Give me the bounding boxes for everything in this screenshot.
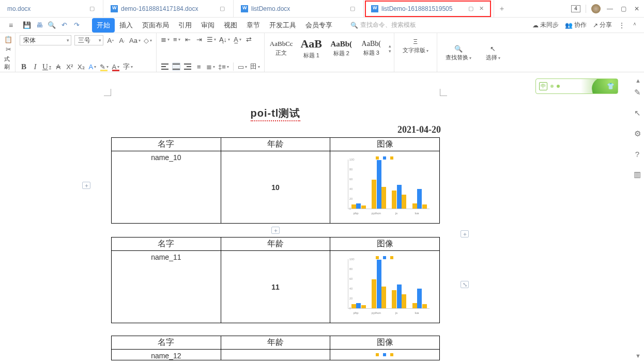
italic-button[interactable]: I: [31, 62, 39, 71]
cut-icon[interactable]: ✂: [4, 45, 12, 54]
text-direction-icon[interactable]: ☰: [207, 35, 216, 43]
select-button[interactable]: ↖ 选择: [482, 42, 504, 64]
dedent-icon[interactable]: ⇤: [184, 35, 192, 43]
text-effect-icon[interactable]: A: [88, 62, 97, 71]
sort-icon[interactable]: Ą↓: [219, 35, 230, 43]
table-expand-icon[interactable]: ⤡: [461, 281, 469, 288]
unsynced-button[interactable]: ☁ 未同步: [532, 21, 559, 29]
borders-icon[interactable]: 田: [250, 62, 260, 71]
numbering-icon[interactable]: ≡: [173, 35, 181, 43]
more-icon[interactable]: ⋮: [618, 21, 625, 29]
menu-section[interactable]: 章节: [242, 18, 265, 33]
app-menu-icon[interactable]: ≡: [6, 21, 16, 30]
cell-name[interactable]: name_11: [112, 251, 221, 323]
find-replace-button[interactable]: 🔍 查找替换: [441, 42, 476, 64]
cell-name[interactable]: name_12: [112, 350, 221, 360]
coop-button[interactable]: 👥 协作: [565, 21, 587, 29]
superscript-button[interactable]: X²: [66, 62, 74, 71]
cell-chart[interactable]: 020406080100phppythonjslua: [330, 251, 440, 323]
char-border-icon[interactable]: A̲: [233, 35, 241, 43]
menu-devtools[interactable]: 开发工具: [265, 18, 301, 33]
page[interactable]: poi-tl测试 2021-04-20 ＋ ＋ ⤡ 名字年龄图像 name_10…: [95, 78, 456, 364]
data-table-3[interactable]: 名字年龄图像 name_12: [111, 336, 440, 360]
preview-icon[interactable]: 🔍: [48, 21, 56, 29]
shrink-font-icon[interactable]: A-: [118, 36, 126, 44]
tab-icon[interactable]: ⇄: [244, 35, 253, 43]
print-icon[interactable]: 🖶: [35, 21, 43, 29]
pen-icon[interactable]: ✎: [634, 88, 641, 97]
data-table-2[interactable]: 名字年龄图像 name_11 11 020406080100phppythonj…: [111, 237, 440, 323]
scroll-up-icon[interactable]: ▲: [635, 77, 641, 84]
cursor-icon[interactable]: ↖: [634, 108, 641, 118]
highlight-icon[interactable]: ✎: [100, 62, 109, 71]
tab-0[interactable]: mo.docx ▢: [0, 0, 103, 17]
cell-name[interactable]: name_10: [112, 151, 221, 224]
maximize-button[interactable]: ▢: [619, 5, 627, 13]
table-add-left-icon[interactable]: ＋: [82, 182, 90, 189]
data-table-1[interactable]: 名字年龄图像 name_10 10 020406080100phppythonj…: [111, 137, 440, 224]
strike-button[interactable]: A: [54, 62, 63, 71]
shading-icon[interactable]: ▭: [238, 62, 247, 71]
tab-2[interactable]: listDemo.docx ▢: [234, 0, 364, 17]
menu-view[interactable]: 视图: [219, 18, 242, 33]
align-left-icon[interactable]: [161, 62, 169, 71]
menu-vip[interactable]: 会员专享: [301, 18, 337, 33]
new-tab-button[interactable]: ＋: [494, 0, 510, 17]
collapse-ribbon-icon[interactable]: ＾: [632, 21, 638, 29]
bold-button[interactable]: B: [20, 62, 28, 71]
distributed-icon[interactable]: ≣: [206, 62, 215, 71]
font-size-select[interactable]: 三号: [74, 35, 103, 45]
window-count-badge[interactable]: 4: [571, 5, 580, 12]
avatar[interactable]: [591, 4, 601, 13]
indent-icon[interactable]: ⇥: [195, 35, 204, 43]
table-add-right-icon[interactable]: ＋: [461, 230, 469, 238]
style-h3[interactable]: AaBb( 标题 3: [357, 35, 387, 61]
minimize-button[interactable]: ―: [606, 5, 614, 13]
menu-review[interactable]: 审阅: [196, 18, 219, 33]
menu-home[interactable]: 开始: [92, 18, 115, 33]
tab-1[interactable]: demo-1618881417184.docx ▢: [103, 0, 234, 17]
styles-gallery-arrows[interactable]: ▴▾: [387, 35, 394, 61]
bullets-icon[interactable]: ≣: [161, 35, 170, 43]
grow-font-icon[interactable]: A+: [106, 36, 115, 44]
cell-age[interactable]: 11: [221, 251, 330, 323]
redo-icon[interactable]: ↷: [72, 21, 81, 29]
archive-icon[interactable]: ▥: [634, 170, 641, 179]
style-normal[interactable]: AaBbCc 正文: [267, 35, 297, 61]
cast-icon[interactable]: ▢: [88, 5, 96, 12]
cell-chart[interactable]: [330, 350, 440, 360]
save-icon[interactable]: 💾: [23, 21, 31, 29]
menu-reference[interactable]: 引用: [174, 18, 196, 33]
menu-insert[interactable]: 插入: [115, 18, 137, 33]
cast-icon[interactable]: ▢: [219, 5, 226, 12]
table-add-row-icon[interactable]: ＋: [271, 227, 280, 234]
style-h2[interactable]: AaBb( 标题 2: [327, 35, 357, 61]
cast-icon[interactable]: ▢: [349, 5, 356, 12]
align-center-icon[interactable]: [172, 62, 180, 71]
menu-pagelayout[interactable]: 页面布局: [137, 18, 174, 33]
align-justify-icon[interactable]: ≡: [195, 62, 203, 71]
ime-lang-badge[interactable]: 中: [539, 82, 547, 90]
clear-format-icon[interactable]: ◇: [144, 36, 152, 44]
settings-slider-icon[interactable]: ⚙: [634, 129, 641, 138]
change-case-icon[interactable]: Aa: [129, 36, 141, 44]
share-button[interactable]: ↗ 分享: [593, 21, 612, 29]
command-search[interactable]: 🔍 查找命令、搜索模板: [350, 21, 416, 29]
scroll-down-icon[interactable]: ▼: [635, 353, 641, 359]
ime-widget[interactable]: 中 👕: [535, 78, 618, 94]
tab-3-active[interactable]: listDemo-1618881519505 ▢ ✕: [364, 0, 494, 17]
close-window-button[interactable]: ✕: [633, 5, 641, 13]
cell-age[interactable]: 10: [221, 151, 330, 224]
phonetic-icon[interactable]: 字: [123, 62, 133, 71]
close-icon[interactable]: ✕: [478, 5, 485, 12]
help-icon[interactable]: ?: [635, 150, 639, 159]
font-color-icon[interactable]: A: [112, 62, 120, 71]
line-spacing-icon[interactable]: ‡≡: [218, 62, 229, 71]
style-h1[interactable]: AaB 标题 1: [297, 35, 327, 61]
cast-icon[interactable]: ▢: [467, 5, 474, 12]
font-name-select[interactable]: 宋体: [20, 35, 71, 45]
subscript-button[interactable]: X₂: [77, 62, 85, 71]
cell-chart[interactable]: 020406080100phppythonjslua: [330, 151, 440, 224]
align-right-icon[interactable]: [183, 62, 192, 71]
undo-icon[interactable]: ↶: [60, 21, 68, 29]
